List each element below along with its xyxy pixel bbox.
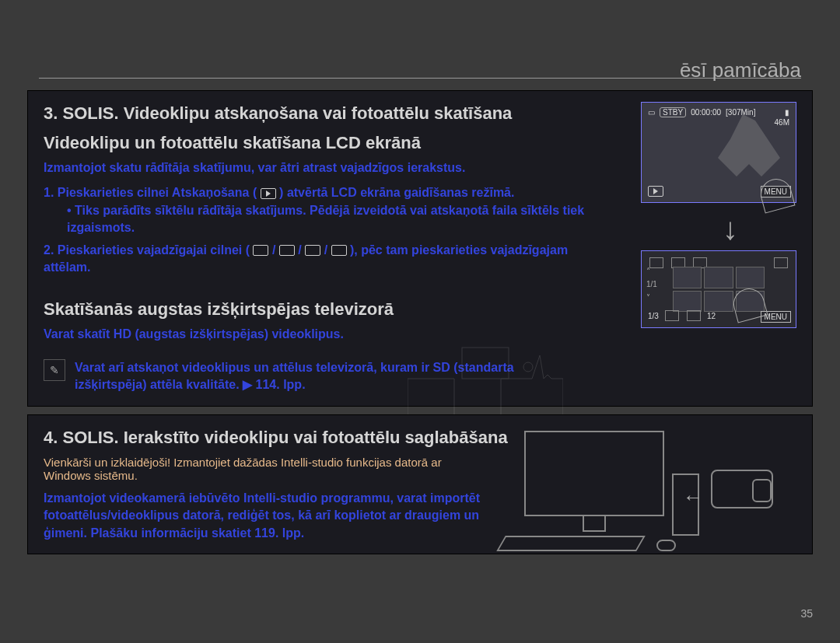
mouse-icon [656, 540, 676, 551]
side-tabs: ˄ 1/1 ˅ [646, 267, 657, 302]
hd-icon [253, 245, 268, 256]
step1-text-a: 1. Pieskarieties cilnei Atskaņošana ( [44, 186, 261, 199]
grid-count: 12 [707, 312, 716, 320]
battery-icon: ▮ [785, 108, 789, 117]
svg-rect-0 [462, 348, 509, 379]
step3-item2: 2. Pieskarieties vajadzīgajai cilnei ( /… [44, 242, 588, 277]
video-icon [305, 245, 320, 256]
thumb[interactable] [673, 267, 702, 288]
step3-item1: 1. Pieskarieties cilnei Atskaņošana ( ) … [44, 184, 588, 201]
keyboard-icon [496, 536, 646, 551]
scroll-up-icon[interactable]: ˄ [646, 267, 657, 275]
lcd-status-row: ▭ STBY 00:00:00 [307Min] ▮ [648, 107, 789, 117]
sd-card-icon: ▭ [648, 108, 655, 117]
count-label: 1/1 [646, 280, 657, 288]
step1-subnote: • Tiks parādīts sīktēlu rādītāja skatīju… [67, 202, 588, 237]
step2-b: / [272, 243, 279, 257]
list-icon[interactable] [687, 310, 701, 321]
photo-icon [331, 245, 347, 256]
stby-label: STBY [660, 107, 686, 117]
play-tab[interactable] [648, 183, 663, 197]
step2-a: 2. Pieskarieties vajadzīgajai cilnei ( [44, 243, 250, 257]
step4-orange1: Vienkārši un izklaidējoši! Izmantojiet d… [44, 456, 526, 469]
thumb[interactable] [736, 267, 765, 288]
step4-blue: Izmantojot videokamerā iebūvēto Intelli-… [44, 490, 526, 542]
step2-c: / [298, 243, 305, 257]
panel-step4: 4. SOLIS. Ierakstīto videoklipu vai foto… [27, 414, 813, 555]
arrow-down-icon: ↓ [723, 211, 738, 246]
play-icon-lcd [648, 186, 663, 197]
step3-title: 3. SOLIS. Videoklipu atskaņošana vai fot… [44, 103, 588, 124]
tab-photo[interactable] [774, 257, 788, 268]
play-icon [261, 188, 276, 199]
pc-illustration: ← [501, 431, 773, 539]
step4-orange2: Windows sistēmu. [44, 469, 526, 482]
lcd-preview-top: ▭ STBY 00:00:00 [307Min] ▮ 46M MENU [641, 102, 796, 203]
pages-label: 1/3 [648, 312, 659, 320]
monitor-icon [524, 431, 664, 516]
rec-time: 00:00:00 [691, 108, 721, 117]
step2-d: / [324, 243, 331, 257]
note-icon: ✎ [44, 359, 65, 381]
step4-title: 4. SOLIS. Ierakstīto videoklipu vai foto… [44, 427, 526, 449]
panel-step3: 3. SOLIS. Videoklipu atskaņošana vai fot… [27, 90, 813, 407]
time-remain: [307Min] [726, 108, 755, 117]
breadcrumb: ēsī pamīcāba [680, 58, 801, 82]
camcorder-icon [711, 470, 773, 508]
scroll-down-icon[interactable]: ˅ [646, 293, 657, 302]
step3-lead: Izmantojot skatu rādītāja skatījumu, var… [44, 159, 588, 176]
svg-point-2 [523, 362, 533, 372]
touch-hand-icon [758, 176, 796, 214]
mode-icon[interactable] [665, 310, 679, 321]
lcd-preview-grid: ˄ 1/1 ˅ 1/3 12 MENU [641, 250, 796, 328]
lcd-body: ▭ STBY 00:00:00 [307Min] ▮ 46M MENU [642, 103, 796, 202]
step1-text-b: ) atvērtā LCD ekrāna gaidīšanas režīmā. [279, 186, 514, 199]
thumb[interactable] [704, 267, 733, 288]
step3-subtitle: Videoklipu un fotoattēlu skatīšana LCD e… [44, 132, 588, 154]
cam-lens [752, 479, 772, 502]
res-label: 46M [775, 118, 789, 127]
monitor-stand [583, 516, 606, 532]
page-number: 35 [800, 607, 813, 620]
dancer-silhouette [718, 114, 780, 176]
sd-icon [279, 245, 295, 256]
arrow-left-icon: ← [683, 485, 703, 509]
section2-heading: Skatīšanās augstas izšķirtspējas televiz… [44, 299, 588, 320]
